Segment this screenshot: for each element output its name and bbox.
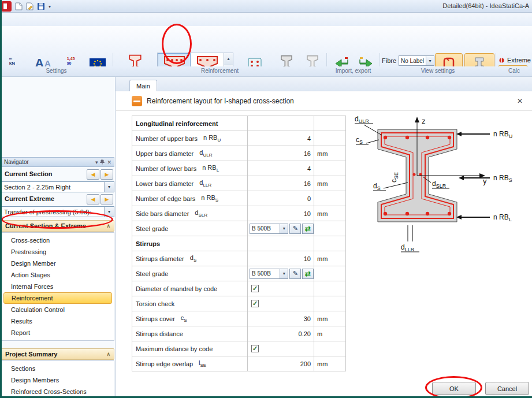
value-cell[interactable]: 10 bbox=[248, 251, 314, 266]
sidebar-item-reinforced-cross-sections[interactable]: Reinforced Cross-Sections bbox=[2, 386, 114, 397]
sidebar-item-results[interactable]: Results bbox=[2, 315, 114, 327]
row-symbol: lSE bbox=[199, 359, 206, 368]
torsion-checkbox[interactable]: ✓ bbox=[251, 300, 259, 307]
table-row: Diameter of mandrel by code ✓ bbox=[132, 281, 346, 296]
value-cell[interactable]: 0.20 bbox=[248, 326, 314, 341]
value-cell[interactable]: 4 bbox=[248, 131, 314, 146]
extreme-label: Extreme bbox=[507, 57, 531, 64]
swap-steel-grade-button[interactable]: ⇄ bbox=[302, 224, 314, 234]
navigator-title: Navigator bbox=[4, 159, 29, 165]
row-symbol: dULR bbox=[199, 149, 212, 158]
navigator-header: Navigator ▾ ✕ bbox=[1, 157, 114, 167]
close-dialog-button[interactable]: ✕ bbox=[515, 96, 525, 106]
tab-main[interactable]: Main bbox=[129, 80, 157, 91]
ribbon-group-labels: Settings Reinforcement Import, export Vi… bbox=[0, 66, 532, 77]
sidebar-item-action-stages[interactable]: Action Stages bbox=[2, 269, 114, 281]
open-edit-button[interactable] bbox=[25, 2, 35, 11]
sidebar-item-prestressing[interactable]: Prestressing bbox=[2, 246, 114, 258]
row-symbol: n RBL bbox=[202, 164, 219, 173]
extreme-toggle[interactable]: Extreme bbox=[498, 55, 531, 65]
sidebar-item-cross-section[interactable]: Cross-section bbox=[2, 235, 114, 246]
table-row: Torsion check ✓ bbox=[132, 296, 346, 311]
reinforcement-group-label: Reinforcement bbox=[113, 68, 326, 74]
group-current-section-extreme[interactable]: Current Section & Extreme ∧ bbox=[1, 220, 114, 232]
group-project-summary[interactable]: Project Summary ∧ bbox=[1, 348, 114, 360]
cancel-button[interactable]: Cancel bbox=[485, 382, 529, 395]
value-cell[interactable]: 16 bbox=[248, 146, 314, 161]
row-symbol: dSLR bbox=[195, 209, 207, 218]
document-tab-strip bbox=[116, 77, 532, 91]
table-row: Steel grade B 500B▾ ✎ ⇄ bbox=[132, 266, 346, 281]
value-cell[interactable]: 10 bbox=[248, 206, 314, 221]
current-extreme-select[interactable]: Transfer of prestressing (5.0d): ▾ bbox=[1, 206, 114, 217]
new-document-button[interactable] bbox=[14, 2, 24, 11]
unit-cell: mm bbox=[314, 251, 346, 266]
row-label: Number of edge bars bbox=[136, 195, 195, 202]
arrow-right-icon: ▶ bbox=[105, 172, 109, 177]
value-cell[interactable]: 200 bbox=[248, 356, 314, 371]
close-icon[interactable]: ✕ bbox=[107, 159, 111, 165]
pencil-icon: ✎ bbox=[293, 225, 298, 232]
pencil-icon: ✎ bbox=[293, 270, 298, 277]
edit-stirrup-steel-grade-button[interactable]: ✎ bbox=[289, 269, 301, 279]
value-cell[interactable]: 16 bbox=[248, 176, 314, 191]
value-cell[interactable]: 30 bbox=[248, 311, 314, 326]
app-icon[interactable] bbox=[1, 1, 12, 12]
c-se-label: cSE bbox=[390, 172, 399, 183]
max-distance-checkbox[interactable]: ✓ bbox=[251, 345, 259, 352]
save-icon bbox=[37, 2, 45, 10]
row-label: Steel grade bbox=[136, 225, 168, 232]
value-cell[interactable]: 0 bbox=[248, 191, 314, 206]
table-section-row: Stirrups bbox=[132, 236, 346, 251]
current-extreme-label: Current Extreme bbox=[5, 195, 54, 202]
collapse-icon: ∧ bbox=[106, 351, 110, 357]
row-symbol: n RBU bbox=[203, 134, 221, 143]
table-row: Upper bars diameterdULR 16 mm bbox=[132, 146, 346, 161]
next-section-button[interactable]: ▶ bbox=[101, 169, 113, 180]
swap-stirrup-steel-grade-button[interactable]: ⇄ bbox=[302, 269, 314, 279]
value-cell[interactable]: 4 bbox=[248, 161, 314, 176]
section-header: Stirrups bbox=[132, 236, 248, 251]
save-button[interactable] bbox=[36, 2, 46, 11]
arrow-left-icon: ◀ bbox=[91, 196, 95, 202]
sidebar-item-design-member[interactable]: Design Member bbox=[2, 258, 114, 269]
current-section-select[interactable]: Section 2 - 2.25m Right ▾ bbox=[1, 181, 114, 192]
fibre-label: Fibre bbox=[382, 57, 396, 64]
dialog-icon bbox=[132, 96, 142, 106]
sidebar-item-reinforcement[interactable]: Reinforcement bbox=[3, 292, 112, 304]
table-row: Stirrups diameterdS 10 mm bbox=[132, 251, 346, 266]
fibre-select[interactable]: No Label ▾ bbox=[399, 55, 434, 66]
collapse-icon: ∧ bbox=[106, 223, 110, 229]
dialog-title: Reinforcement layout for I-shaped cross-… bbox=[147, 97, 294, 105]
pin-icon[interactable] bbox=[100, 159, 105, 165]
mandrel-checkbox[interactable]: ✓ bbox=[251, 285, 259, 292]
d-s-label: dS bbox=[373, 182, 381, 191]
current-section-label: Current Section bbox=[5, 170, 53, 177]
gallery-up-button[interactable]: ▲ bbox=[224, 53, 233, 65]
previous-section-button[interactable]: ◀ bbox=[87, 169, 99, 180]
row-label: Number of upper bars bbox=[136, 135, 198, 142]
sidebar-item-calculation-control[interactable]: Calculation Control bbox=[2, 304, 114, 315]
navigator-panel: Navigator ▾ ✕ Current Section ◀ ▶ Sectio… bbox=[0, 77, 116, 398]
previous-extreme-button[interactable]: ◀ bbox=[87, 194, 99, 204]
row-label: Number of lower bars bbox=[136, 165, 196, 172]
sidebar-item-sections[interactable]: Sections bbox=[2, 363, 114, 374]
next-extreme-button[interactable]: ▶ bbox=[101, 194, 113, 204]
quick-access-dropdown[interactable]: ▾ bbox=[46, 2, 53, 11]
chevron-down-icon[interactable]: ▾ bbox=[95, 159, 98, 165]
row-symbol: dLLR bbox=[199, 179, 211, 188]
table-row: Maximum distance by code ✓ bbox=[132, 341, 346, 356]
row-label: Side bars diameter bbox=[136, 210, 189, 217]
sidebar-item-design-members[interactable]: Design Members bbox=[2, 374, 114, 386]
swap-icon: ⇄ bbox=[305, 270, 311, 278]
stirrup-steel-grade-select[interactable]: B 500B▾ bbox=[250, 269, 288, 279]
window-edge bbox=[0, 0, 2, 398]
fibre-row: Fibre No Label ▾ bbox=[382, 55, 434, 66]
view-settings-group-label: View settings bbox=[380, 68, 496, 74]
steel-grade-select[interactable]: B 500B▾ bbox=[250, 224, 288, 234]
ok-button[interactable]: OK bbox=[432, 382, 476, 395]
edit-steel-grade-button[interactable]: ✎ bbox=[289, 224, 301, 234]
sidebar-item-internal-forces[interactable]: Internal Forces bbox=[2, 281, 114, 292]
sidebar-item-report[interactable]: Report bbox=[2, 327, 114, 339]
settings-group-label: Settings bbox=[0, 68, 113, 74]
